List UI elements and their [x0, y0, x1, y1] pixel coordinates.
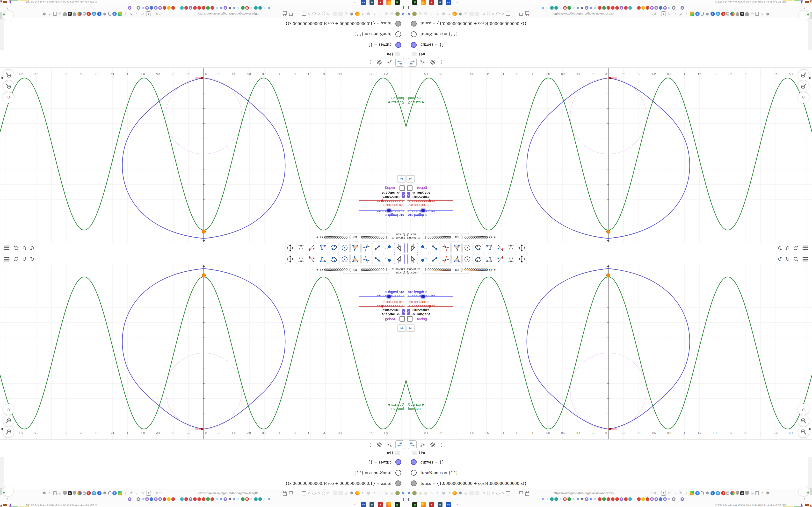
arc-length-slider[interactable]	[359, 296, 405, 297]
favicon[interactable]: ✿	[585, 497, 589, 501]
plus-blue-icon[interactable]: +	[97, 12, 101, 16]
shield-icon[interactable]	[745, 12, 749, 16]
point-tool-button[interactable]: A	[419, 243, 429, 253]
forward-arrow-icon[interactable]: →	[672, 11, 677, 16]
sphere-icon[interactable]	[730, 491, 735, 495]
dos-app-icon[interactable]: 64	[361, 0, 366, 5]
favicon[interactable]	[258, 6, 262, 10]
globe-icon[interactable]: ⊕	[750, 491, 755, 496]
edge-scroll-handle[interactable]	[810, 12, 812, 19]
globe-icon[interactable]: ⊕	[390, 491, 394, 496]
firefox-icon[interactable]	[452, 491, 457, 495]
favicon[interactable]: ✱	[672, 497, 675, 501]
forward-arrow-icon[interactable]: →	[672, 491, 677, 496]
favicon[interactable]: G	[232, 497, 236, 501]
shield-outline-icon[interactable]	[289, 491, 293, 495]
favicon[interactable]	[554, 6, 558, 10]
arc-position-slider-thumb[interactable]	[381, 305, 383, 307]
highlighter-icon[interactable]	[690, 491, 694, 495]
floating-scroll-button[interactable]	[3, 486, 13, 496]
dos-app-icon[interactable]: 64	[446, 502, 451, 507]
highlighter-icon[interactable]	[690, 12, 694, 16]
nav-dot-icon[interactable]	[502, 13, 504, 15]
favicon[interactable]	[206, 497, 210, 501]
url-text[interactable]: https://www.geogebra.org/classic/aagcxh3…	[157, 12, 259, 16]
home-button[interactable]: ⌂	[798, 92, 809, 103]
favicon[interactable]	[598, 497, 602, 501]
favicon[interactable]: ✿	[145, 6, 149, 10]
gauge-icon[interactable]: ◔	[435, 11, 440, 16]
globe-icon[interactable]: ⊕	[344, 11, 349, 16]
favicon[interactable]: ✿	[158, 497, 162, 501]
scrollbar[interactable]	[808, 18, 812, 50]
kebab-menu-icon[interactable]: ⋮	[439, 60, 444, 65]
favicon[interactable]: G	[267, 497, 271, 501]
floating-scroll-button[interactable]	[799, 11, 809, 21]
globe-icon[interactable]: ⊕	[418, 11, 422, 16]
favicon[interactable]: ✿	[189, 497, 192, 501]
dos-app-icon[interactable]: 64	[361, 502, 366, 507]
edge-scroll-handle[interactable]	[0, 12, 2, 19]
angle-tool-button[interactable]: α	[318, 254, 328, 264]
settings-app-icon[interactable]: ✱	[378, 0, 383, 5]
globe-icon[interactable]: ⊕	[384, 491, 389, 496]
move-view-tool-button[interactable]	[285, 243, 295, 253]
curvature-tangent-checkbox[interactable]: ✓	[407, 309, 410, 315]
favicon[interactable]: f	[132, 6, 136, 10]
edge-scroll-handle[interactable]	[810, 488, 812, 495]
nav-dot-icon[interactable]	[308, 13, 310, 15]
globe-icon[interactable]: ⊕	[390, 11, 394, 16]
ghost-slot[interactable]	[333, 12, 337, 16]
line-tool-button[interactable]	[430, 254, 440, 264]
favicon[interactable]	[185, 497, 188, 501]
algebra-row-curves[interactable]: curves = {}	[406, 457, 812, 468]
gauge-icon[interactable]: ◔	[435, 491, 440, 496]
favicon[interactable]: G	[237, 6, 240, 10]
favicon[interactable]: G	[576, 6, 580, 10]
favicon[interactable]: G	[559, 497, 562, 501]
dos-app-icon[interactable]: 64	[446, 0, 451, 5]
favicon[interactable]: G	[546, 6, 549, 10]
favicon[interactable]: G	[572, 497, 575, 501]
arc-position-slider-thumb[interactable]	[429, 200, 431, 202]
favicon[interactable]: W	[580, 497, 584, 501]
favicon[interactable]: f	[676, 497, 680, 501]
favicon[interactable]: G	[667, 6, 671, 10]
tracing-checkbox[interactable]	[407, 185, 412, 191]
favicon[interactable]: ○	[633, 6, 636, 10]
move-tool-button[interactable]	[394, 254, 405, 264]
monster-app-icon[interactable]: ◕	[353, 502, 357, 507]
shield-down-icon[interactable]: ∨	[716, 12, 720, 16]
visibility-toggle[interactable]	[395, 470, 401, 475]
favicon[interactable]: G	[546, 497, 549, 501]
nav-dot-icon[interactable]	[322, 12, 325, 15]
move-tool-button[interactable]	[407, 243, 418, 253]
folder-icon[interactable]	[302, 491, 306, 495]
favicon[interactable]	[611, 497, 615, 501]
olive-circle-icon[interactable]	[395, 491, 400, 495]
firefox-icon[interactable]	[452, 12, 457, 16]
firefox-app-icon[interactable]	[387, 0, 391, 5]
redo-icon[interactable]: ↻	[785, 245, 790, 250]
nav-dot-icon[interactable]	[312, 12, 316, 15]
favicon[interactable]	[628, 497, 632, 501]
gear-icon[interactable]: ✱	[765, 491, 770, 496]
favicon[interactable]	[615, 6, 619, 10]
slider-tool-button[interactable]: a=2	[296, 243, 306, 253]
favicon[interactable]	[197, 6, 201, 10]
slider-tool-button[interactable]: a=2	[506, 254, 516, 264]
favicon[interactable]: ~	[241, 497, 245, 501]
polygon-tool-button[interactable]	[350, 254, 361, 264]
lock-icon[interactable]	[525, 11, 529, 15]
capture-app-icon[interactable]: ◉	[369, 0, 374, 5]
graphics-view[interactable]: -2.4-2.2-2-1.8-1.6-1.4-1.2-1-0.8-0.6-0.4…	[406, 68, 812, 242]
favicon[interactable]: G	[541, 6, 545, 10]
function-dropdown[interactable]: 1.000000000000 + cos(4.000000000000 x) ▼	[423, 266, 469, 274]
v-extension-icon[interactable]: V	[401, 491, 406, 496]
favicon[interactable]: ✿	[650, 497, 654, 501]
floating-scroll-button[interactable]	[799, 486, 809, 496]
point-tool-button[interactable]: A	[383, 254, 393, 264]
kebab-menu-icon[interactable]: ⋮	[439, 442, 444, 448]
graphics-view[interactable]: -2.4-2.2-2-1.8-1.6-1.4-1.2-1-0.8-0.6-0.4…	[0, 68, 406, 242]
favicon[interactable]	[210, 497, 214, 501]
